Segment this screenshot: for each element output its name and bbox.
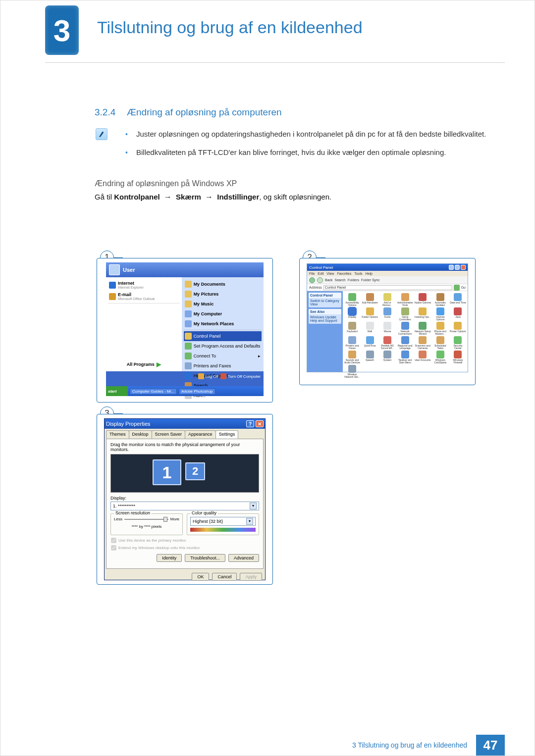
start-menu-item[interactable]: My Computer: [184, 309, 262, 319]
app-icon: [109, 293, 116, 300]
control-panel-item[interactable]: Sounds and Audio Devices: [344, 351, 361, 364]
slider-thumb[interactable]: [163, 517, 167, 522]
control-panel-item[interactable]: Mail: [362, 322, 378, 335]
start-menu-item[interactable]: Set Program Access and Defaults: [184, 341, 262, 351]
control-panel-item[interactable]: Game Controllers: [397, 307, 414, 321]
control-panel-item[interactable]: System: [379, 351, 396, 364]
control-panel-item[interactable]: Keyboard: [344, 322, 361, 335]
forward-icon[interactable]: [317, 277, 323, 283]
menu-item[interactable]: Edit: [318, 272, 323, 275]
monitor-arrangement[interactable]: 1 2: [110, 454, 259, 493]
cp-item-icon: [348, 293, 356, 301]
toolbar-button[interactable]: Back: [325, 278, 333, 282]
logoff-button[interactable]: Log Off: [198, 373, 218, 379]
chapter-number-badge: 3: [45, 5, 79, 55]
tab-appearance[interactable]: Appearance: [185, 430, 216, 439]
minimize-button[interactable]: [449, 265, 454, 270]
control-panel-item[interactable]: Network Connections: [397, 322, 414, 335]
control-panel-item[interactable]: Adobe Gamma: [414, 293, 431, 306]
address-field[interactable]: Control Panel: [323, 285, 452, 290]
monitor-1[interactable]: 1: [153, 459, 181, 485]
identity-button[interactable]: Identity: [157, 554, 182, 562]
menu-item[interactable]: Favorites: [337, 272, 351, 275]
primary-monitor-checkbox[interactable]: Use this device as the primary monitor.: [110, 537, 259, 544]
close-button[interactable]: ✕: [256, 420, 264, 427]
control-panel-item[interactable]: Mouse: [379, 322, 396, 335]
control-panel-item[interactable]: Windows CardSpace: [432, 351, 449, 364]
start-menu-item[interactable]: InternetInternet Explorer: [108, 279, 180, 291]
control-panel-item[interactable]: Scanners and Cameras: [414, 336, 431, 350]
control-panel-item[interactable]: Power Options: [449, 322, 466, 335]
start-menu-item[interactable]: My Network Places: [184, 319, 262, 329]
start-menu-item[interactable]: Connect To▸: [184, 351, 262, 361]
sidebar-link[interactable]: Help and Support: [310, 319, 340, 322]
control-panel-item[interactable]: Speech: [362, 351, 378, 364]
monitor-2[interactable]: 2: [185, 462, 205, 480]
menu-item[interactable]: File: [309, 272, 315, 275]
advanced-button[interactable]: Advanced: [228, 554, 259, 562]
control-panel-item[interactable]: Scheduled Tasks: [432, 336, 449, 350]
control-panel-item[interactable]: Fonts: [379, 307, 396, 321]
control-panel-item[interactable]: Taskbar and Start Menu: [397, 351, 414, 364]
control-panel-item[interactable]: Add Hardware: [362, 293, 378, 306]
control-panel-item[interactable]: Accessibility Options: [344, 293, 361, 306]
control-panel-item[interactable]: Wireless Network Set...: [344, 365, 361, 378]
resolution-slider[interactable]: Less More: [114, 517, 179, 521]
help-button[interactable]: ?: [246, 420, 254, 427]
cancel-button[interactable]: Cancel: [212, 573, 237, 581]
control-panel-item-display[interactable]: Display: [344, 307, 361, 321]
menu-item[interactable]: Help: [366, 272, 373, 275]
cp-item-icon: [366, 351, 374, 358]
go-button[interactable]: [454, 285, 460, 291]
toolbar-button[interactable]: Folders: [348, 278, 359, 282]
control-panel-item[interactable]: User Accounts: [414, 351, 431, 364]
sidebar-link[interactable]: Windows Update: [310, 315, 340, 319]
toolbar-button[interactable]: Search: [335, 278, 346, 282]
control-panel-item[interactable]: Printers and Faxes: [344, 336, 361, 350]
close-button[interactable]: [461, 265, 466, 270]
control-panel-item[interactable]: Regional and Language: [397, 336, 414, 350]
start-menu-item[interactable]: My Documents: [184, 279, 262, 289]
sidebar-link[interactable]: Switch to Category View: [310, 299, 340, 306]
troubleshoot-button[interactable]: Troubleshoot...: [185, 554, 225, 562]
all-programs-button[interactable]: All Programs ▶: [108, 359, 180, 369]
start-menu-item-control-panel[interactable]: Control Panel: [184, 331, 262, 341]
color-quality-select[interactable]: Highest (32 bit) ▾: [190, 517, 256, 526]
start-menu-item[interactable]: E-mailMicrosoft Office Outlook: [108, 291, 180, 302]
control-panel-item[interactable]: Administrative Tools: [397, 293, 414, 306]
taskbar-item[interactable]: Adobe Photoshop: [179, 388, 215, 395]
control-panel-item[interactable]: Network Setup Wizard: [414, 322, 431, 335]
control-panel-item[interactable]: Date and Time: [449, 293, 466, 306]
turnoff-button[interactable]: Turn Off Computer: [220, 373, 261, 379]
control-panel-item[interactable]: Windows Firewall: [449, 351, 466, 364]
control-panel-item[interactable]: Java: [449, 307, 466, 321]
tab-screen-saver[interactable]: Screen Saver: [152, 430, 186, 439]
maximize-button[interactable]: [455, 265, 460, 270]
display-select[interactable]: 1. ********** ▾: [110, 502, 259, 510]
control-panel-item[interactable]: Security Center: [449, 336, 466, 350]
tab-themes[interactable]: Themes: [106, 430, 129, 439]
extend-desktop-checkbox[interactable]: Extend my Windows desktop onto this moni…: [110, 545, 259, 551]
start-menu-item[interactable]: Printers and Faxes: [184, 361, 262, 371]
start-menu-item[interactable]: My Pictures: [184, 289, 262, 299]
control-panel-item[interactable]: Indexing Opt...: [414, 307, 431, 321]
start-menu-item[interactable]: My Music: [184, 299, 262, 309]
control-panel-item[interactable]: Phone and Modem...: [432, 322, 449, 335]
tab-settings[interactable]: Settings: [215, 430, 239, 439]
apply-button[interactable]: Apply: [240, 573, 262, 581]
toolbar-button[interactable]: Folder Sync: [361, 278, 379, 282]
control-panel-item[interactable]: Realtek HD Sound Eff...: [379, 336, 396, 350]
taskbar-item[interactable]: Computer Guides - Mi...: [130, 388, 177, 395]
control-panel-item[interactable]: Add or Remov...: [379, 293, 396, 306]
control-panel-item[interactable]: Folder Options: [362, 307, 378, 321]
back-icon[interactable]: [309, 277, 315, 283]
control-panel-item[interactable]: Automatic Updates: [432, 293, 449, 306]
control-panel-item[interactable]: QuickTime: [362, 336, 378, 350]
menu-item[interactable]: Tools: [354, 272, 362, 275]
ok-button[interactable]: OK: [192, 573, 209, 581]
menu-item[interactable]: View: [326, 272, 334, 275]
tab-desktop[interactable]: Desktop: [129, 430, 152, 439]
start-button[interactable]: start: [106, 386, 128, 396]
sidebar-box-header: See Also: [309, 309, 341, 314]
control-panel-item[interactable]: Internet Options: [432, 307, 449, 321]
